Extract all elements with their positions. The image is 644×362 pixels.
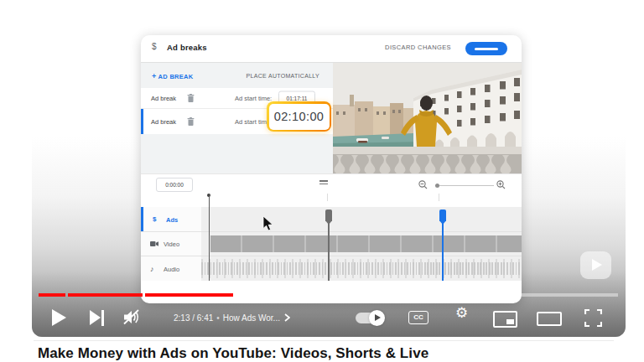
ad-start-time-label: Ad start time: — [235, 95, 272, 102]
chevron-right-icon[interactable] — [284, 313, 290, 323]
highlighted-time-field[interactable]: 02:10:00 — [267, 101, 331, 132]
audio-track-lane[interactable] — [201, 256, 522, 281]
drag-handle-icon[interactable] — [319, 180, 328, 186]
fullscreen-button[interactable] — [584, 309, 602, 327]
ad-breaks-header: $ Ad breaks DISCARD CHANGES — [141, 35, 522, 63]
venice-scene — [333, 63, 522, 173]
timeline-toolbar: 0:00:00 — [141, 173, 522, 194]
videocam-icon — [150, 241, 158, 247]
selected-row-indicator — [141, 109, 143, 134]
ad-break-label: Ad break — [151, 95, 176, 102]
audio-waveform — [201, 262, 522, 275]
save-button-dash — [475, 48, 498, 50]
play-button[interactable] — [52, 309, 66, 326]
music-note-icon: ♪ — [150, 265, 154, 272]
captions-button[interactable]: CC — [408, 311, 428, 324]
video-thumbnails-strip — [210, 235, 522, 252]
add-ad-break-button[interactable]: +AD BREAK — [152, 72, 194, 80]
balustrade — [333, 147, 522, 173]
ad-break-label: Ad break — [151, 118, 176, 126]
overlay-play-button[interactable] — [580, 251, 611, 279]
zoom-slider-thumb[interactable] — [435, 184, 439, 188]
dollar-icon: $ — [152, 42, 157, 51]
panel-title: Ad breaks — [167, 43, 207, 52]
progress-chapter-segment[interactable] — [422, 293, 513, 297]
ads-track-lane[interactable] — [201, 207, 522, 231]
settings-gear-icon[interactable]: ⚙ — [455, 306, 468, 320]
ruler-tick — [327, 194, 328, 201]
plus-icon: + — [152, 72, 157, 80]
video-preview-frame — [333, 63, 522, 173]
player-bottom-edge — [34, 340, 614, 341]
video-title: Make Money with Ads on YouTube: Videos, … — [38, 345, 428, 362]
progress-chapter-segment[interactable] — [516, 293, 618, 297]
progress-bar[interactable] — [39, 293, 618, 297]
trash-icon[interactable] — [187, 117, 195, 126]
theater-mode-button[interactable] — [537, 312, 562, 326]
save-button[interactable] — [465, 42, 507, 55]
progress-chapter-segment[interactable] — [68, 293, 143, 297]
next-button[interactable] — [90, 310, 104, 326]
playhead-line — [209, 194, 210, 281]
ruler-tick — [439, 194, 439, 201]
autoplay-toggle[interactable] — [356, 313, 383, 323]
progress-chapter-segment[interactable] — [39, 293, 65, 297]
highlighted-time-value: 02:10:00 — [269, 104, 330, 130]
miniplayer-button[interactable] — [493, 311, 517, 328]
audio-track-label: ♪ Audio — [141, 256, 202, 281]
zoom-slider-track[interactable] — [437, 185, 494, 186]
video-track-row: Video — [141, 232, 522, 256]
player-controls: 2:13 / 6:41•How Ads Wor... CC ⚙ — [32, 300, 626, 337]
zoom-in-icon[interactable] — [496, 180, 506, 189]
chapter-title-button[interactable]: How Ads Wor... — [223, 313, 280, 323]
dollar-icon: $ — [153, 216, 156, 223]
time-display: 2:13 / 6:41•How Ads Wor... — [174, 313, 290, 323]
video-track-label: Video — [141, 232, 202, 256]
discard-changes-button[interactable]: DISCARD CHANGES — [385, 44, 451, 51]
ad-breaks-panel: $ Ad breaks DISCARD CHANGES +AD BREAK PL… — [141, 35, 522, 303]
timeline-ruler[interactable] — [141, 193, 522, 208]
mouse-cursor-icon — [262, 216, 273, 231]
trash-icon[interactable] — [187, 94, 195, 102]
timecode-field[interactable]: 0:00:00 — [156, 178, 193, 192]
dot-separator: • — [216, 313, 220, 323]
video-player: $ Ad breaks DISCARD CHANGES +AD BREAK PL… — [32, 3, 626, 337]
zoom-out-icon[interactable] — [418, 180, 428, 189]
video-track-lane[interactable] — [201, 232, 522, 256]
progress-chapter-segment[interactable] — [351, 293, 419, 297]
mute-button[interactable] — [122, 308, 143, 326]
audio-track-row: ♪ Audio — [141, 256, 522, 281]
page-root: $ Ad breaks DISCARD CHANGES +AD BREAK PL… — [0, 0, 644, 362]
autoplay-toggle-knob — [369, 310, 385, 326]
progress-chapter-segment[interactable] — [145, 293, 348, 297]
ads-track-label: $ Ads — [141, 207, 202, 231]
place-automatically-button[interactable]: PLACE AUTOMATICALLY — [247, 73, 319, 79]
